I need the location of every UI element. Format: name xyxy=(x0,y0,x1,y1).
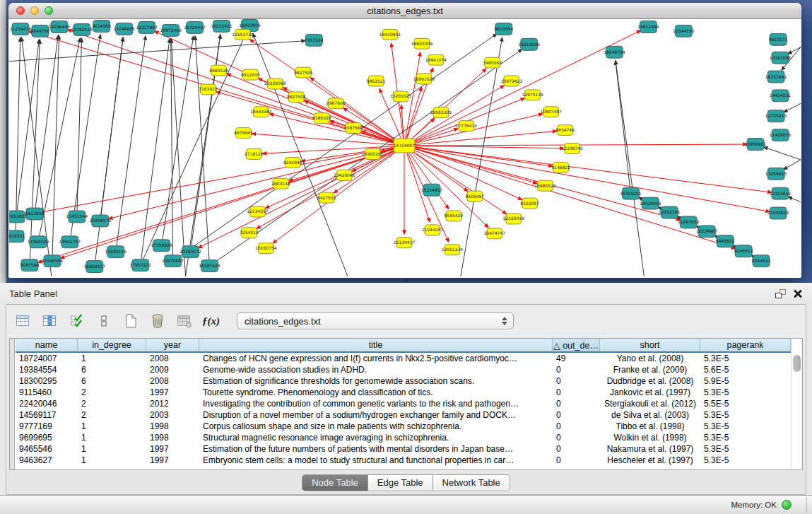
close-window-button[interactable] xyxy=(16,6,25,15)
network-node[interactable]: 15885520 xyxy=(534,180,556,191)
network-node[interactable]: 9827505 xyxy=(294,67,313,78)
network-node[interactable]: 10234987 xyxy=(696,226,718,238)
network-node[interactable]: 20260572 xyxy=(180,246,201,258)
network-node[interactable]: 9862521 xyxy=(367,76,386,86)
tab-edge-table[interactable]: Edge Table xyxy=(368,475,433,491)
network-node[interactable]: 11087652 xyxy=(678,216,700,228)
network-node[interactable]: 16187428 xyxy=(199,260,220,272)
float-panel-icon[interactable] xyxy=(775,289,786,298)
table-mode-icon[interactable] xyxy=(13,312,33,331)
vertical-scrollbar[interactable] xyxy=(791,339,802,469)
network-node[interactable]: 11254419 xyxy=(10,23,32,35)
network-node[interactable]: 10973423 xyxy=(501,76,523,86)
network-node[interactable]: 8818501 xyxy=(9,230,25,243)
minimize-window-button[interactable] xyxy=(30,6,39,15)
network-node[interactable]: 9097588 xyxy=(20,259,40,271)
citation-network-graph[interactable]: 1125441986497561203644510762518963450511… xyxy=(9,19,801,276)
network-node[interactable]: 12975115 xyxy=(522,90,543,100)
network-node[interactable]: 16543382 xyxy=(250,107,272,117)
network-node[interactable]: 10160754 xyxy=(255,243,277,254)
network-node[interactable]: 18724007 xyxy=(394,139,416,153)
network-node[interactable]: 16603309 xyxy=(411,38,433,49)
network-node[interactable]: 13505115 xyxy=(105,246,127,258)
column-header-pagerank[interactable]: pagerank xyxy=(700,339,791,351)
table-row[interactable]: 946362711997Embryonic stem cells: a mode… xyxy=(16,455,791,466)
network-node[interactable]: 16648794 xyxy=(604,46,625,58)
close-panel-icon[interactable] xyxy=(793,288,803,298)
network-node[interactable]: 2803144 xyxy=(271,178,290,189)
network-node[interactable]: 11568329 xyxy=(28,236,49,248)
network-node[interactable]: 17359928 xyxy=(151,240,172,252)
scrollbar-thumb[interactable] xyxy=(793,355,801,372)
table-row[interactable]: 977716911998Corpus callosum shape and si… xyxy=(16,421,791,432)
network-node[interactable]: 8912935 xyxy=(241,69,260,80)
network-node[interactable]: 9827508 xyxy=(287,92,306,103)
network-node[interactable]: 10807487 xyxy=(540,107,562,117)
network-node[interactable]: 9505497 xyxy=(466,191,485,201)
network-node[interactable]: 8794531 xyxy=(752,255,771,267)
network-node[interactable]: 9913950 xyxy=(25,208,45,220)
table-row[interactable]: 1872400712008Changes of HCN gene express… xyxy=(16,353,791,364)
network-node[interactable]: 12134557 xyxy=(247,206,269,217)
network-node[interactable]: 13942757 xyxy=(59,236,81,248)
network-node[interactable]: 15134417 xyxy=(394,238,416,248)
zoom-window-button[interactable] xyxy=(45,6,53,15)
tab-network-table[interactable]: Network Table xyxy=(433,475,510,491)
column-header-title[interactable]: title xyxy=(199,339,553,351)
network-node[interactable]: 16789201 xyxy=(620,187,642,199)
network-node[interactable]: 20206576 xyxy=(90,215,112,227)
table-selector-dropdown[interactable]: citations_edges.txt xyxy=(237,313,514,329)
network-node[interactable]: 2387560 xyxy=(344,123,363,134)
table-row[interactable]: 1456911722003Disruption of a novel membe… xyxy=(16,409,791,421)
network-node[interactable]: 15134457 xyxy=(421,184,443,196)
network-node[interactable]: 16231421 xyxy=(211,20,233,32)
network-node[interactable]: 18941074 xyxy=(425,54,447,65)
network-node[interactable]: 9634505 xyxy=(92,20,111,32)
network-node[interactable]: 13051234 xyxy=(442,245,464,255)
network-node[interactable]: 8186328 xyxy=(312,113,331,124)
network-window-titlebar[interactable]: citations_edges.txt xyxy=(8,3,801,19)
network-node[interactable]: 7357224 xyxy=(305,34,324,46)
network-node[interactable]: 19218506 xyxy=(518,38,540,50)
network-node[interactable]: 11044257 xyxy=(422,225,444,235)
network-node[interactable]: 11048905 xyxy=(113,23,135,35)
network-node[interactable]: 23226058 xyxy=(264,78,286,89)
tab-node-table[interactable]: Node Table xyxy=(302,475,368,491)
network-node[interactable]: 10973493 xyxy=(160,24,182,36)
network-node[interactable]: 9875685 xyxy=(234,128,253,139)
network-node[interactable]: 12108746 xyxy=(561,144,583,154)
network-node[interactable]: 9245012 xyxy=(734,245,753,257)
table-row[interactable]: 946554611997Estimation of the future num… xyxy=(16,443,791,455)
network-node[interactable]: 18410951 xyxy=(379,29,401,40)
network-node[interactable]: 7163822 xyxy=(199,84,218,95)
network-node[interactable]: 11035824 xyxy=(767,207,789,219)
function-builder-icon[interactable]: ƒ(x) xyxy=(201,312,220,331)
network-node[interactable]: 8595429 xyxy=(445,211,464,221)
network-node[interactable]: 13201625 xyxy=(390,91,412,102)
network-node[interactable]: 9146821 xyxy=(551,162,570,173)
network-node[interactable]: 13208415 xyxy=(765,168,787,180)
network-node[interactable]: 12544190 xyxy=(673,25,695,37)
network-canvas[interactable]: 1125441986497561203644510762518963450511… xyxy=(9,19,801,276)
network-node[interactable]: 2967608 xyxy=(326,98,346,109)
network-node[interactable]: 8860128 xyxy=(209,65,228,76)
network-node[interactable]: 8649756 xyxy=(31,25,50,37)
show-columns-icon[interactable] xyxy=(40,312,59,331)
network-node[interactable]: 9922171 xyxy=(769,33,788,45)
network-node[interactable]: 9845602 xyxy=(716,235,735,247)
network-node[interactable]: 10181086 xyxy=(770,52,792,64)
table-row[interactable]: 1830029562008Estimation of significance … xyxy=(16,375,791,387)
network-node[interactable]: 12325419 xyxy=(503,214,525,224)
network-node[interactable]: 9242845 xyxy=(283,157,302,168)
network-node[interactable]: 16727442 xyxy=(765,71,787,83)
network-node[interactable]: 8813054 xyxy=(494,23,513,35)
network-node[interactable]: 15724437 xyxy=(184,21,206,33)
column-header-in_degree[interactable]: in_degree xyxy=(78,339,146,351)
network-node[interactable]: 8427552 xyxy=(317,192,336,203)
network-node[interactable]: 10975887 xyxy=(162,255,184,267)
network-node[interactable]: 2718126 xyxy=(245,148,264,159)
column-header-year[interactable]: year xyxy=(146,339,199,351)
network-node[interactable]: 12725413 xyxy=(765,110,787,122)
network-node[interactable]: 19565305 xyxy=(430,107,452,118)
network-node[interactable]: 10553801 xyxy=(9,211,27,223)
